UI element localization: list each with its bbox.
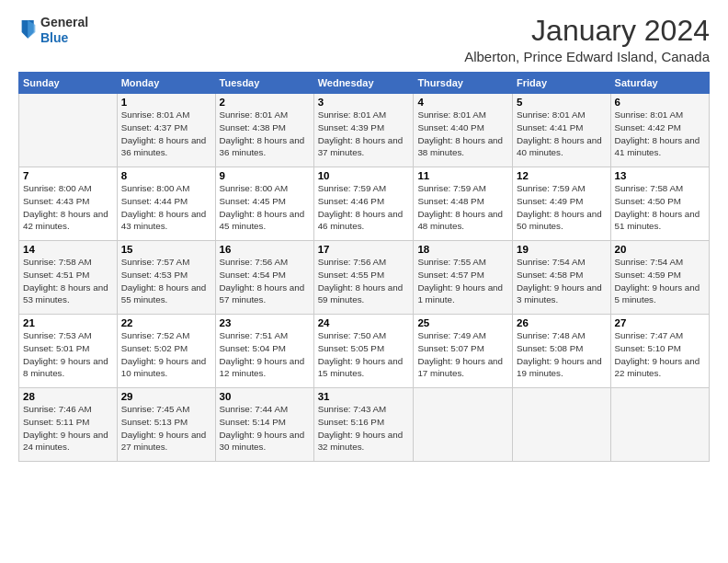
calendar-cell: 18Sunrise: 7:55 AM Sunset: 4:57 PM Dayli…	[414, 241, 513, 315]
calendar-cell: 19Sunrise: 7:54 AM Sunset: 4:58 PM Dayli…	[513, 241, 611, 315]
calendar-cell: 4Sunrise: 8:01 AM Sunset: 4:40 PM Daylig…	[414, 94, 513, 167]
day-number: 6	[615, 97, 705, 108]
day-info: Sunrise: 8:01 AM Sunset: 4:42 PM Dayligh…	[615, 109, 705, 159]
calendar-cell: 23Sunrise: 7:51 AM Sunset: 5:04 PM Dayli…	[215, 315, 313, 388]
day-number: 20	[615, 244, 705, 255]
calendar-cell: 24Sunrise: 7:50 AM Sunset: 5:05 PM Dayli…	[313, 315, 414, 388]
day-number: 15	[121, 244, 211, 255]
calendar-cell: 1Sunrise: 8:01 AM Sunset: 4:37 PM Daylig…	[117, 94, 215, 167]
day-number: 21	[23, 317, 113, 328]
day-info: Sunrise: 7:56 AM Sunset: 4:55 PM Dayligh…	[318, 256, 410, 306]
day-number: 22	[121, 317, 211, 328]
calendar-cell	[513, 388, 611, 462]
day-info: Sunrise: 7:50 AM Sunset: 5:05 PM Dayligh…	[318, 329, 410, 380]
day-number: 2	[220, 97, 310, 108]
title-section: January 2024 Alberton, Prince Edward Isl…	[464, 15, 710, 64]
calendar-cell: 7Sunrise: 8:00 AM Sunset: 4:43 PM Daylig…	[19, 167, 118, 241]
calendar-cell: 20Sunrise: 7:54 AM Sunset: 4:59 PM Dayli…	[610, 241, 709, 315]
day-info: Sunrise: 7:51 AM Sunset: 5:04 PM Dayligh…	[220, 329, 310, 380]
calendar-cell: 21Sunrise: 7:53 AM Sunset: 5:01 PM Dayli…	[19, 315, 118, 388]
day-number: 10	[318, 170, 410, 181]
logo-icon	[20, 18, 37, 39]
day-number: 26	[517, 317, 607, 328]
calendar-cell	[414, 388, 513, 462]
header-day-friday: Friday	[513, 73, 611, 94]
day-number: 5	[517, 97, 607, 108]
day-info: Sunrise: 7:59 AM Sunset: 4:49 PM Dayligh…	[517, 182, 607, 233]
day-info: Sunrise: 7:46 AM Sunset: 5:11 PM Dayligh…	[23, 403, 113, 454]
header-day-sunday: Sunday	[19, 73, 118, 94]
day-info: Sunrise: 7:43 AM Sunset: 5:16 PM Dayligh…	[318, 403, 410, 454]
day-number: 13	[615, 170, 705, 181]
logo: General Blue	[18, 15, 88, 46]
day-number: 4	[417, 97, 508, 108]
svg-marker-1	[28, 20, 35, 39]
calendar-cell: 30Sunrise: 7:44 AM Sunset: 5:14 PM Dayli…	[215, 388, 313, 462]
day-info: Sunrise: 8:00 AM Sunset: 4:45 PM Dayligh…	[220, 182, 310, 233]
day-number: 28	[23, 391, 113, 402]
day-number: 23	[220, 317, 310, 328]
calendar-week-2: 7Sunrise: 8:00 AM Sunset: 4:43 PM Daylig…	[19, 167, 710, 241]
day-info: Sunrise: 7:48 AM Sunset: 5:08 PM Dayligh…	[517, 329, 607, 380]
day-number: 31	[318, 391, 410, 402]
header-day-wednesday: Wednesday	[313, 73, 414, 94]
day-info: Sunrise: 8:01 AM Sunset: 4:37 PM Dayligh…	[121, 109, 211, 159]
calendar-cell: 6Sunrise: 8:01 AM Sunset: 4:42 PM Daylig…	[610, 94, 709, 167]
day-info: Sunrise: 7:44 AM Sunset: 5:14 PM Dayligh…	[220, 403, 310, 454]
calendar-cell: 2Sunrise: 8:01 AM Sunset: 4:38 PM Daylig…	[215, 94, 313, 167]
calendar-week-4: 21Sunrise: 7:53 AM Sunset: 5:01 PM Dayli…	[19, 315, 710, 388]
calendar-cell: 16Sunrise: 7:56 AM Sunset: 4:54 PM Dayli…	[215, 241, 313, 315]
day-number: 9	[220, 170, 310, 181]
day-number: 16	[220, 244, 310, 255]
calendar-cell: 12Sunrise: 7:59 AM Sunset: 4:49 PM Dayli…	[513, 167, 611, 241]
day-number: 1	[121, 97, 211, 108]
page: General Blue January 2024 Alberton, Prin…	[0, 0, 728, 563]
calendar-cell	[610, 388, 709, 462]
day-info: Sunrise: 8:01 AM Sunset: 4:41 PM Dayligh…	[517, 109, 607, 159]
day-number: 11	[417, 170, 508, 181]
day-info: Sunrise: 7:53 AM Sunset: 5:01 PM Dayligh…	[23, 329, 113, 380]
day-number: 12	[517, 170, 607, 181]
calendar-cell: 29Sunrise: 7:45 AM Sunset: 5:13 PM Dayli…	[117, 388, 215, 462]
header-day-saturday: Saturday	[610, 73, 709, 94]
header-day-monday: Monday	[117, 73, 215, 94]
day-info: Sunrise: 8:01 AM Sunset: 4:40 PM Dayligh…	[417, 109, 508, 159]
calendar-week-1: 1Sunrise: 8:01 AM Sunset: 4:37 PM Daylig…	[19, 94, 710, 167]
calendar-cell: 10Sunrise: 7:59 AM Sunset: 4:46 PM Dayli…	[313, 167, 414, 241]
day-info: Sunrise: 7:59 AM Sunset: 4:48 PM Dayligh…	[417, 182, 508, 233]
calendar-cell: 14Sunrise: 7:58 AM Sunset: 4:51 PM Dayli…	[19, 241, 118, 315]
day-number: 29	[121, 391, 211, 402]
day-info: Sunrise: 7:54 AM Sunset: 4:59 PM Dayligh…	[615, 256, 705, 306]
day-info: Sunrise: 8:01 AM Sunset: 4:39 PM Dayligh…	[318, 109, 410, 159]
day-info: Sunrise: 7:54 AM Sunset: 4:58 PM Dayligh…	[517, 256, 607, 306]
day-number: 7	[23, 170, 113, 181]
day-number: 8	[121, 170, 211, 181]
calendar-table: SundayMondayTuesdayWednesdayThursdayFrid…	[18, 72, 710, 462]
calendar-cell: 11Sunrise: 7:59 AM Sunset: 4:48 PM Dayli…	[414, 167, 513, 241]
main-title: January 2024	[464, 15, 710, 47]
day-info: Sunrise: 7:57 AM Sunset: 4:53 PM Dayligh…	[121, 256, 211, 306]
calendar-cell: 27Sunrise: 7:47 AM Sunset: 5:10 PM Dayli…	[610, 315, 709, 388]
day-number: 17	[318, 244, 410, 255]
header: General Blue January 2024 Alberton, Prin…	[18, 15, 710, 64]
day-info: Sunrise: 8:01 AM Sunset: 4:38 PM Dayligh…	[220, 109, 310, 159]
day-number: 14	[23, 244, 113, 255]
header-day-thursday: Thursday	[414, 73, 513, 94]
calendar-week-3: 14Sunrise: 7:58 AM Sunset: 4:51 PM Dayli…	[19, 241, 710, 315]
day-info: Sunrise: 8:00 AM Sunset: 4:44 PM Dayligh…	[121, 182, 211, 233]
calendar-cell: 31Sunrise: 7:43 AM Sunset: 5:16 PM Dayli…	[313, 388, 414, 462]
day-info: Sunrise: 7:49 AM Sunset: 5:07 PM Dayligh…	[417, 329, 508, 380]
day-info: Sunrise: 7:56 AM Sunset: 4:54 PM Dayligh…	[220, 256, 310, 306]
calendar-cell: 28Sunrise: 7:46 AM Sunset: 5:11 PM Dayli…	[19, 388, 118, 462]
day-number: 19	[517, 244, 607, 255]
day-info: Sunrise: 7:58 AM Sunset: 4:50 PM Dayligh…	[615, 182, 705, 233]
calendar-cell: 8Sunrise: 8:00 AM Sunset: 4:44 PM Daylig…	[117, 167, 215, 241]
calendar-cell: 26Sunrise: 7:48 AM Sunset: 5:08 PM Dayli…	[513, 315, 611, 388]
day-info: Sunrise: 8:00 AM Sunset: 4:43 PM Dayligh…	[23, 182, 113, 233]
calendar-cell: 5Sunrise: 8:01 AM Sunset: 4:41 PM Daylig…	[513, 94, 611, 167]
day-number: 27	[615, 317, 705, 328]
calendar-cell: 25Sunrise: 7:49 AM Sunset: 5:07 PM Dayli…	[414, 315, 513, 388]
calendar-week-5: 28Sunrise: 7:46 AM Sunset: 5:11 PM Dayli…	[19, 388, 710, 462]
day-number: 3	[318, 97, 410, 108]
day-number: 24	[318, 317, 410, 328]
